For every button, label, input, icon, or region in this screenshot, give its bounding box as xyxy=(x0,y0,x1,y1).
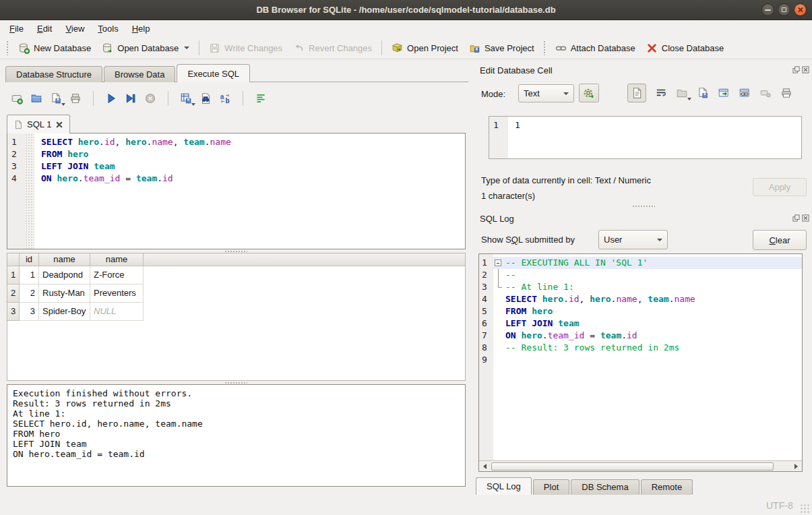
dock-tab-plot[interactable]: Plot xyxy=(533,479,569,495)
result-cell[interactable]: Spider-Boy xyxy=(39,303,90,321)
panel-close-icon[interactable] xyxy=(802,214,809,222)
tab-execute-sql[interactable]: Execute SQL xyxy=(177,64,250,82)
menu-help[interactable]: Help xyxy=(125,22,157,36)
format-sql-button[interactable] xyxy=(255,92,267,104)
toolbar-separator xyxy=(381,40,382,55)
execution-status-log[interactable]: Execution finished without errors. Resul… xyxy=(7,384,466,487)
find-replace-button[interactable]: a b xyxy=(219,92,231,104)
export-data-button[interactable] xyxy=(697,87,709,99)
sql-tab-sql1[interactable]: SQL 1 xyxy=(7,115,70,133)
scroll-right-button[interactable] xyxy=(790,461,802,471)
fold-marker-icon[interactable] xyxy=(495,260,501,266)
open-in-external-button[interactable] xyxy=(718,87,730,99)
open-sql-file-button[interactable] xyxy=(30,92,42,104)
edit-cell-panel-buttons xyxy=(792,66,809,73)
execute-all-button[interactable] xyxy=(105,92,117,104)
undock-icon[interactable] xyxy=(792,214,800,222)
text-mode-button[interactable] xyxy=(627,84,646,102)
titlebar[interactable]: DB Browser for SQLite - /home/user/code/… xyxy=(0,0,812,20)
menu-tools[interactable]: Tools xyxy=(91,22,125,36)
cell-value-editor[interactable]: 1 1 xyxy=(489,116,802,159)
revert-changes-button[interactable]: Revert Changes xyxy=(288,40,377,56)
close-database-button[interactable]: Close Database xyxy=(641,40,730,56)
import-data-icon xyxy=(676,87,688,99)
menu-view[interactable]: View xyxy=(59,22,91,36)
open-database-button[interactable]: Open Database xyxy=(96,40,195,56)
new-database-button[interactable]: New Database xyxy=(13,40,96,56)
mode-select[interactable]: Text xyxy=(518,84,574,102)
undock-icon[interactable] xyxy=(792,66,800,73)
sql-log-filter-select[interactable]: User xyxy=(598,230,668,249)
column-header-name-1[interactable]: name xyxy=(39,253,90,266)
mode-select-value: Text xyxy=(524,88,540,98)
find-replace-icon: a b xyxy=(219,92,231,104)
execute-current-line-button[interactable] xyxy=(125,92,137,104)
result-cell[interactable]: 1 xyxy=(20,266,39,284)
print-cell-button[interactable] xyxy=(780,87,792,99)
attach-database-button[interactable]: Attach Database xyxy=(550,40,641,56)
sql-toolbar-separator xyxy=(168,91,168,106)
result-cell[interactable]: 3 xyxy=(20,303,39,321)
toolbar-drag-handle[interactable] xyxy=(543,40,546,55)
result-cell[interactable]: Deadpond xyxy=(39,266,90,284)
sql-tab-label: SQL 1 xyxy=(27,119,51,129)
save-results-button[interactable] xyxy=(180,92,192,104)
result-row: 22Rusty-ManPreventers xyxy=(7,284,465,303)
column-header-id-0[interactable]: id xyxy=(20,253,39,266)
save-project-button[interactable]: Save Project xyxy=(464,40,540,56)
result-cell[interactable]: NULL xyxy=(90,303,144,321)
close-tab-icon[interactable] xyxy=(55,121,63,129)
row-number-cell[interactable]: 2 xyxy=(7,284,20,303)
save-sql-file-button[interactable] xyxy=(50,92,62,104)
open-project-icon xyxy=(392,42,403,54)
result-cell[interactable]: Preventers xyxy=(90,284,144,303)
results-grid: idnamename11DeadpondZ-Force22Rusty-ManPr… xyxy=(7,253,466,381)
dock-tab-sql-log[interactable]: SQL Log xyxy=(476,477,532,495)
sql-log-horizontal-scrollbar[interactable] xyxy=(479,460,802,471)
apply-button[interactable]: Apply xyxy=(753,178,807,196)
word-wrap-button[interactable] xyxy=(655,87,667,99)
window-maximize-button[interactable] xyxy=(778,3,790,16)
write-changes-button[interactable]: Write Changes xyxy=(204,40,288,56)
toolbar-drag-handle[interactable] xyxy=(6,40,9,55)
row-number-cell[interactable]: 1 xyxy=(7,266,20,284)
tab-database-structure[interactable]: Database Structure xyxy=(5,66,102,82)
menu-file[interactable]: File xyxy=(3,22,30,36)
dock-tab-db-schema[interactable]: DB Schema xyxy=(571,479,639,495)
stop-execution-button[interactable] xyxy=(144,92,156,104)
scrollbar-thumb[interactable] xyxy=(491,462,774,471)
fold-margin xyxy=(493,305,503,317)
tab-browse-data[interactable]: Browse Data xyxy=(104,66,175,82)
sql-editor[interactable]: 1234 SELECT hero.id, hero.name, team.nam… xyxy=(7,133,466,249)
scroll-left-button[interactable] xyxy=(479,461,491,471)
set-link-button[interactable] xyxy=(739,87,751,99)
cell-settings-button[interactable] xyxy=(579,84,599,102)
window-minimize-button[interactable] xyxy=(761,3,774,16)
results-corner-cell[interactable] xyxy=(7,253,20,266)
open-project-button[interactable]: Open Project xyxy=(386,40,464,56)
row-number-cell[interactable]: 3 xyxy=(7,303,20,321)
cell-type-info: Type of data currently in cell: Text / N… xyxy=(481,175,651,185)
panel-close-icon[interactable] xyxy=(802,66,809,73)
result-cell[interactable]: Z-Force xyxy=(90,266,144,284)
splitter-handle[interactable] xyxy=(632,205,655,208)
result-cell[interactable]: 2 xyxy=(20,284,39,303)
menu-edit[interactable]: Edit xyxy=(30,22,59,36)
sql-toolbar-separator xyxy=(243,91,243,106)
print-sql-button[interactable] xyxy=(69,92,82,104)
import-data-button[interactable] xyxy=(676,87,688,99)
set-null-button[interactable] xyxy=(759,87,772,99)
save-project-icon xyxy=(469,42,480,54)
sql-log-line: -- Result: 3 rows returned in 2ms xyxy=(493,342,802,354)
export-data-icon xyxy=(697,87,709,99)
result-cell[interactable]: Rusty-Man xyxy=(39,284,90,303)
open-sql-tab-button[interactable] xyxy=(11,92,23,104)
clear-log-button[interactable]: Clear xyxy=(753,230,807,250)
window-close-button[interactable] xyxy=(794,3,807,16)
column-header-name-2[interactable]: name xyxy=(90,253,144,266)
dock-tab-remote[interactable]: Remote xyxy=(641,479,693,495)
resize-grip[interactable] xyxy=(800,504,809,513)
find-button[interactable] xyxy=(199,92,212,104)
sql-log-view[interactable]: 123456789 -- EXECUTING ALL IN 'SQL 1'---… xyxy=(478,253,803,472)
save-sql-dropdown-icon xyxy=(61,103,65,106)
